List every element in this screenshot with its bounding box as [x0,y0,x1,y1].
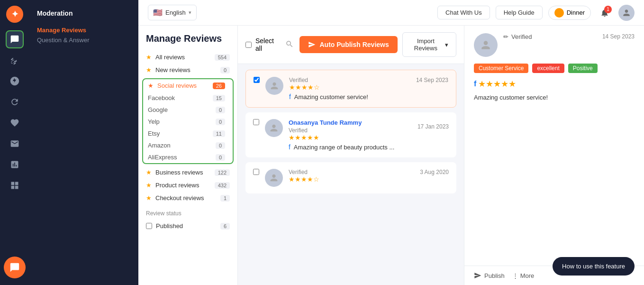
manage-reviews-link[interactable]: Manage Reviews [29,24,138,35]
filter-google[interactable]: Google 0 [143,104,233,116]
nav-icon-refresh[interactable] [6,93,24,111]
chevron-down-icon: ▾ [189,9,191,16]
dinner-button[interactable]: Dinner [548,6,591,20]
user-avatar[interactable] [618,5,635,21]
review-avatar-3 [265,169,283,187]
icon-sidebar: ✦ [0,0,29,285]
filter-amazon[interactable]: Amazon 0 [143,139,233,151]
review-avatar-1 [265,77,283,95]
auto-publish-button[interactable]: Auto Publish Reviews [299,36,397,53]
product-reviews-count: 432 [215,182,230,189]
star-icon: ★ [148,82,154,89]
business-reviews-label: Business reviews [155,169,203,176]
published-checkbox[interactable] [146,223,152,229]
nav-sidebar: Moderation Manage Reviews Question & Ans… [29,0,138,285]
etsy-count: 11 [213,130,225,137]
import-label: Import Reviews [410,37,441,52]
yelp-label: Yelp [148,118,160,125]
detail-avatar [474,33,498,57]
tag-positive: Positive [568,64,598,73]
facebook-icon-2: f [289,143,290,151]
filter-all-reviews[interactable]: ★ All reviews 554 [138,51,237,64]
checkout-reviews-count: 1 [220,195,230,202]
select-all-container[interactable]: Select all [245,37,280,52]
facebook-icon: f [289,93,291,101]
notification-button[interactable]: 1 [597,5,613,21]
language-label: English [165,9,186,16]
review-checkbox-2[interactable] [253,119,259,125]
chat-with-us-button[interactable]: Chat With Us [437,6,490,19]
qa-link[interactable]: Question & Answer [29,35,138,46]
nav-icon-heart[interactable] [6,114,24,132]
fb-icon-detail: f [474,80,476,88]
star-icon: ★ [146,194,152,202]
more-label: More [520,272,535,279]
filter-new-reviews[interactable]: ★ New reviews 0 [138,64,237,76]
amazon-label: Amazon [148,142,171,149]
review-date-2: 17 Jan 2023 [417,123,449,130]
filter-product-reviews[interactable]: ★ Product reviews 432 [138,179,237,192]
language-selector[interactable]: 🇺🇸 English ▾ [148,5,197,20]
filter-yelp[interactable]: Yelp 0 [143,116,233,128]
how-to-use-button[interactable]: How to use this feature [553,257,635,276]
facebook-label: Facebook [148,94,175,101]
review-content-2: Onasanya Tunde Rammy Verified 17 Jan 202… [289,119,449,151]
nav-icon-grid[interactable] [6,176,24,194]
publish-action[interactable]: Publish [474,272,505,279]
review-date-3: 3 Aug 2020 [420,169,449,175]
notification-badge: 1 [604,6,612,13]
moderation-label: Moderation [29,7,138,24]
nav-icon-reviews[interactable] [6,30,24,48]
filter-business-reviews[interactable]: ★ Business reviews 122 [138,166,237,179]
nav-icon-rocket[interactable] [6,51,24,69]
published-filter[interactable]: Published 6 [146,221,230,231]
logo-symbol: ✦ [11,9,18,19]
review-status-label: Review status [146,210,230,217]
review-date-1: 14 Sep 2023 [416,77,448,83]
google-count: 0 [216,107,225,113]
filter-facebook[interactable]: Facebook 15 [143,92,233,104]
nav-icon-chat[interactable] [6,72,24,90]
new-reviews-label: New reviews [155,66,190,74]
select-all-label: Select all [255,37,280,52]
review-status-section: Review status Published 6 [138,204,237,234]
select-all-checkbox[interactable] [245,42,252,48]
filter-checkout-reviews[interactable]: ★ Checkout reviews 1 [138,192,237,204]
detail-panel: ✏ Verified 14 Sep 2023 Customer Service … [464,26,644,285]
facebook-count: 15 [213,95,225,101]
review-stars-2: ★★★★★ [289,134,449,141]
import-reviews-button[interactable]: Import Reviews ▾ [402,32,456,57]
review-text-1: f Amazing customer service! [289,93,448,101]
search-icon[interactable] [285,40,294,50]
filter-social-reviews[interactable]: ★ Social reviews 26 [143,79,233,92]
nav-icon-chart[interactable] [6,156,24,174]
nav-icon-message[interactable] [6,135,24,153]
dinner-label: Dinner [567,9,585,16]
review-checkbox-1[interactable] [254,77,260,83]
help-guide-button[interactable]: Help Guide [496,6,543,19]
chat-bubble-button[interactable] [4,257,26,278]
review-card-1[interactable]: Verified 14 Sep 2023 ★★★★☆ f Amazing cus… [245,70,456,108]
filter-aliexpress[interactable]: AliExpress 0 [143,151,233,163]
review-card-2[interactable]: Onasanya Tunde Rammy Verified 17 Jan 202… [245,112,456,157]
more-action[interactable]: ⋮ More [512,272,535,279]
star-icon: ★ [146,182,152,189]
reviewer-verified-1: Verified [289,77,308,83]
review-card-3[interactable]: Verified 3 Aug 2020 ★★★★☆ [245,162,456,193]
detail-content: ✏ Verified 14 Sep 2023 Customer Service … [464,26,644,266]
left-filter-panel: Manage Reviews ★ All reviews 554 ★ New r… [138,26,238,285]
detail-header: ✏ Verified 14 Sep 2023 [474,33,635,57]
header: 🇺🇸 English ▾ Chat With Us Help Guide Din… [138,0,644,26]
logo-icon[interactable]: ✦ [6,6,23,23]
all-reviews-label: All reviews [155,54,185,61]
review-stars-3: ★★★★☆ [289,175,449,183]
detail-tags: Customer Service excellent Positive [474,64,635,73]
reviewer-name-2: Onasanya Tunde Rammy [289,119,362,126]
review-checkbox-3[interactable] [253,169,259,175]
main-content: 🇺🇸 English ▾ Chat With Us Help Guide Din… [138,0,644,285]
product-reviews-label: Product reviews [155,182,199,189]
review-content-3: Verified 3 Aug 2020 ★★★★☆ [289,169,449,185]
filter-etsy[interactable]: Etsy 11 [143,128,233,139]
review-content-1: Verified 14 Sep 2023 ★★★★☆ f Amazing cus… [289,77,448,101]
detail-review-text: Amazing customer service! [474,94,635,101]
